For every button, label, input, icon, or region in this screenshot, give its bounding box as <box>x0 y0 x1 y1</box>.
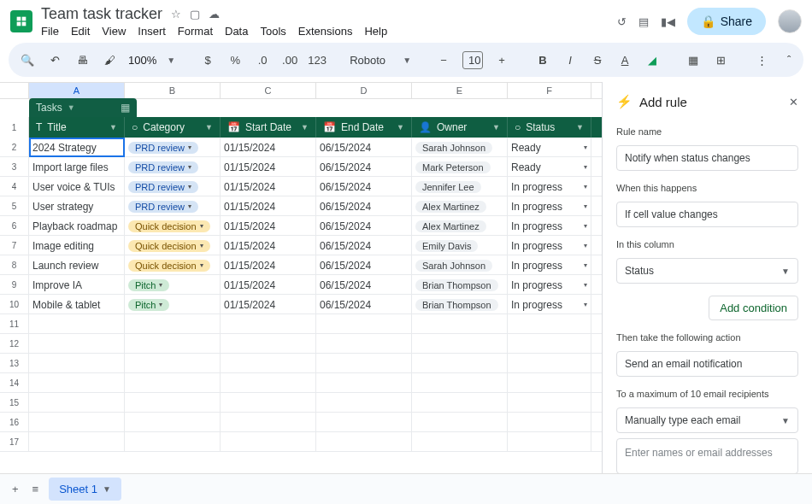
cell-title[interactable]: Import large files <box>29 157 125 177</box>
search-menus-icon[interactable]: 🔍 <box>19 54 36 67</box>
cell-status[interactable]: In progress▾ <box>508 196 591 216</box>
cell-owner[interactable]: Alex Martinez <box>412 216 508 236</box>
chevron-down-icon[interactable]: ▾ <box>584 242 587 249</box>
chevron-down-icon[interactable]: ▾ <box>188 202 191 210</box>
cell-category[interactable]: Quick decision ▾ <box>125 255 221 275</box>
cell-empty[interactable] <box>316 393 412 413</box>
cell-owner[interactable]: Jennifer Lee <box>412 177 508 196</box>
col-header-F[interactable]: F <box>508 83 591 98</box>
history-icon[interactable]: ↺ <box>617 15 627 28</box>
chevron-down-icon[interactable]: ▼ <box>576 123 584 132</box>
col-header-E[interactable]: E <box>412 83 508 98</box>
recipient-mode-select[interactable]: Manually type each email ▼ <box>616 407 798 433</box>
italic-icon[interactable]: I <box>562 54 579 67</box>
chevron-down-icon[interactable]: ▼ <box>301 123 309 132</box>
cell-start-date[interactable]: 01/15/2024 <box>221 138 316 157</box>
chevron-down-icon[interactable]: ▾ <box>584 163 587 171</box>
cell-empty[interactable] <box>221 373 316 393</box>
chevron-down-icon[interactable]: ▼ <box>403 56 411 65</box>
row-number[interactable]: 13 <box>0 354 29 372</box>
cell-end-date[interactable]: 06/15/2024 <box>316 177 412 196</box>
cell-empty[interactable] <box>29 334 125 354</box>
chevron-down-icon[interactable]: ▼ <box>492 123 500 132</box>
col-header-B[interactable]: B <box>125 83 221 98</box>
increase-font-icon[interactable]: + <box>493 54 510 67</box>
cell-title[interactable]: User strategy <box>29 196 125 216</box>
chevron-down-icon[interactable]: ▾ <box>584 261 587 269</box>
rule-name-input[interactable] <box>616 145 798 171</box>
comments-icon[interactable]: ▤ <box>638 15 649 28</box>
cell-start-date[interactable]: 01/15/2024 <box>221 275 316 295</box>
cell-owner[interactable]: Brian Thompson <box>412 275 508 295</box>
all-sheets-button[interactable]: ≡ <box>29 479 43 499</box>
currency-icon[interactable]: $ <box>199 54 216 67</box>
menu-format[interactable]: Format <box>178 25 213 38</box>
row-number[interactable]: 6 <box>0 216 29 235</box>
bold-icon[interactable]: B <box>534 54 551 67</box>
emails-input[interactable]: Enter names or email addresses <box>616 438 798 474</box>
cell-empty[interactable] <box>221 413 316 432</box>
sheets-logo[interactable] <box>10 10 32 32</box>
cell-title[interactable]: Image editing <box>29 236 125 255</box>
print-icon[interactable]: 🖶 <box>74 54 91 67</box>
chevron-down-icon[interactable]: ▾ <box>584 222 587 230</box>
cell-status[interactable]: Ready▾ <box>508 157 591 177</box>
chevron-down-icon[interactable]: ▼ <box>397 123 404 132</box>
cell-category[interactable]: PRD review ▾ <box>125 177 221 196</box>
cell-start-date[interactable]: 01/15/2024 <box>221 295 316 314</box>
field-end-date[interactable]: 📅End Date▼ <box>316 117 412 138</box>
cell-empty[interactable] <box>508 354 591 373</box>
cell-empty[interactable] <box>221 354 316 373</box>
field-start-date[interactable]: 📅Start Date▼ <box>221 117 316 138</box>
percent-icon[interactable]: % <box>227 54 244 67</box>
cell-empty[interactable] <box>412 393 508 413</box>
row-number[interactable]: 11 <box>0 314 29 333</box>
cell-empty[interactable] <box>125 373 221 393</box>
cell-empty[interactable] <box>125 334 221 354</box>
cell-category[interactable]: PRD review ▾ <box>125 196 221 216</box>
chevron-down-icon[interactable]: ▾ <box>188 144 191 151</box>
cell-empty[interactable] <box>29 354 125 373</box>
chevron-down-icon[interactable]: ▾ <box>584 202 587 210</box>
menu-tools[interactable]: Tools <box>260 25 285 38</box>
field-category[interactable]: ○Category▼ <box>125 117 221 138</box>
cell-end-date[interactable]: 06/15/2024 <box>316 295 412 314</box>
cell-empty[interactable] <box>508 393 591 413</box>
cell-empty[interactable] <box>29 314 125 334</box>
cell-start-date[interactable]: 01/15/2024 <box>221 255 316 275</box>
cell-empty[interactable] <box>125 432 221 452</box>
cell-end-date[interactable]: 06/15/2024 <box>316 157 412 177</box>
cell-empty[interactable] <box>316 413 412 432</box>
cell-empty[interactable] <box>412 334 508 354</box>
cell-end-date[interactable]: 06/15/2024 <box>316 216 412 236</box>
cell-category[interactable]: Pitch ▾ <box>125 295 221 314</box>
cell-status[interactable]: In progress▾ <box>508 236 591 255</box>
cell-status[interactable]: In progress▾ <box>508 275 591 295</box>
field-title[interactable]: TTitle▼ <box>29 117 125 138</box>
cell-empty[interactable] <box>412 314 508 334</box>
cell-title[interactable]: Playback roadmap <box>29 216 125 236</box>
cell-title[interactable]: Launch review <box>29 255 125 275</box>
cell-status[interactable]: In progress▾ <box>508 295 591 314</box>
select-all-cell[interactable] <box>0 83 29 98</box>
cell-empty[interactable] <box>412 413 508 432</box>
paint-format-icon[interactable]: 🖌 <box>101 54 118 67</box>
cell-end-date[interactable]: 06/15/2024 <box>316 275 412 295</box>
menu-view[interactable]: View <box>102 25 126 38</box>
row-number[interactable]: 14 <box>0 373 29 392</box>
chevron-down-icon[interactable]: ▼ <box>109 123 117 132</box>
cell-start-date[interactable]: 01/15/2024 <box>221 196 316 216</box>
cell-end-date[interactable]: 06/15/2024 <box>316 236 412 255</box>
increase-decimal-icon[interactable]: .00 <box>281 54 298 67</box>
cell-category[interactable]: PRD review ▾ <box>125 157 221 177</box>
cell-start-date[interactable]: 01/15/2024 <box>221 177 316 196</box>
smart-chip-tab[interactable]: Tasks ▼ ▦ <box>29 98 137 117</box>
cell-empty[interactable] <box>508 314 591 334</box>
borders-icon[interactable]: ▦ <box>685 54 702 67</box>
chevron-down-icon[interactable]: ▼ <box>68 103 75 112</box>
star-icon[interactable]: ☆ <box>171 8 181 21</box>
cell-empty[interactable] <box>412 354 508 373</box>
cell-empty[interactable] <box>508 413 591 432</box>
strike-icon[interactable]: S <box>589 54 606 67</box>
chevron-down-icon[interactable]: ▾ <box>584 144 587 151</box>
